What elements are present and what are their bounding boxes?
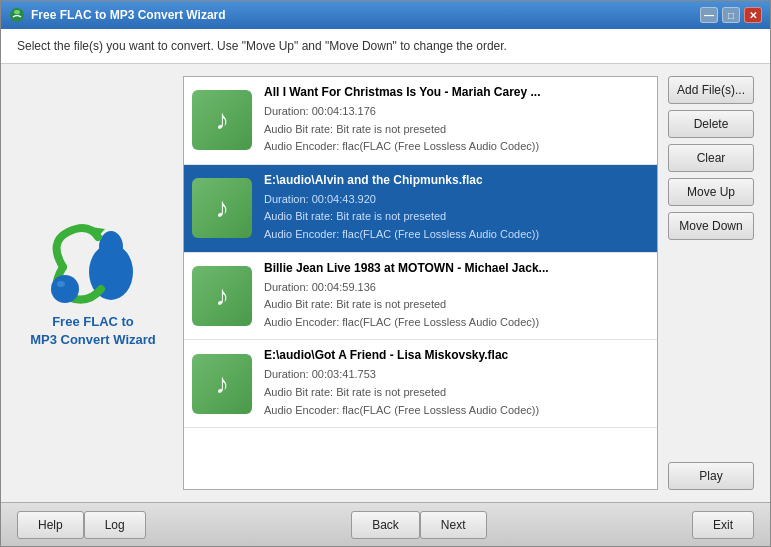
back-button[interactable]: Back xyxy=(351,511,420,539)
file-info: E:\audio\Got A Friend - Lisa Miskovsky.f… xyxy=(264,348,649,419)
file-thumbnail: ♪ xyxy=(192,90,252,150)
minimize-button[interactable]: — xyxy=(700,7,718,23)
file-item[interactable]: ♪ All I Want For Christmas Is You - Mari… xyxy=(184,77,657,165)
add-files-button[interactable]: Add File(s)... xyxy=(668,76,754,104)
file-encoder: Audio Encoder: flac(FLAC (Free Lossless … xyxy=(264,314,649,332)
file-name: E:\audio\Got A Friend - Lisa Miskovsky.f… xyxy=(264,348,649,362)
file-item[interactable]: ♪ E:\audio\Alvin and the Chipmunks.flac … xyxy=(184,165,657,253)
music-note-icon: ♪ xyxy=(215,192,229,224)
file-info: E:\audio\Alvin and the Chipmunks.flac Du… xyxy=(264,173,649,244)
logo-text: Free FLAC toMP3 Convert Wizard xyxy=(30,313,156,349)
file-bitrate: Audio Bit rate: Bit rate is not preseted xyxy=(264,208,649,226)
file-item[interactable]: ♪ Billie Jean Live 1983 at MOTOWN - Mich… xyxy=(184,253,657,341)
file-info: Billie Jean Live 1983 at MOTOWN - Michae… xyxy=(264,261,649,332)
right-buttons-panel: Add File(s)... Delete Clear Move Up Move… xyxy=(668,76,758,490)
maximize-button[interactable]: □ xyxy=(722,7,740,23)
log-button[interactable]: Log xyxy=(84,511,146,539)
move-down-button[interactable]: Move Down xyxy=(668,212,754,240)
file-info: All I Want For Christmas Is You - Mariah… xyxy=(264,85,649,156)
play-button[interactable]: Play xyxy=(668,462,754,490)
file-thumbnail: ♪ xyxy=(192,178,252,238)
file-duration: Duration: 00:04:59.136 xyxy=(264,279,649,297)
svg-point-5 xyxy=(57,281,65,287)
window-controls: — □ ✕ xyxy=(700,7,762,23)
file-bitrate: Audio Bit rate: Bit rate is not preseted xyxy=(264,121,649,139)
svg-point-3 xyxy=(99,231,123,263)
svg-point-1 xyxy=(14,10,20,14)
music-note-icon: ♪ xyxy=(215,280,229,312)
file-duration: Duration: 00:04:43.920 xyxy=(264,191,649,209)
file-encoder: Audio Encoder: flac(FLAC (Free Lossless … xyxy=(264,226,649,244)
music-note-icon: ♪ xyxy=(215,104,229,136)
file-thumbnail: ♪ xyxy=(192,266,252,326)
header-instruction: Select the file(s) you want to convert. … xyxy=(1,29,770,64)
file-bitrate: Audio Bit rate: Bit rate is not preseted xyxy=(264,296,649,314)
file-duration: Duration: 00:03:41.753 xyxy=(264,366,649,384)
help-button[interactable]: Help xyxy=(17,511,84,539)
main-window: Free FLAC to MP3 Convert Wizard — □ ✕ Se… xyxy=(0,0,771,547)
logo-svg xyxy=(43,217,143,307)
file-duration: Duration: 00:04:13.176 xyxy=(264,103,649,121)
window-title: Free FLAC to MP3 Convert Wizard xyxy=(31,8,700,22)
main-content: Free FLAC toMP3 Convert Wizard ♪ All I W… xyxy=(1,64,770,502)
button-spacer xyxy=(668,246,758,456)
title-bar: Free FLAC to MP3 Convert Wizard — □ ✕ xyxy=(1,1,770,29)
svg-point-4 xyxy=(51,275,79,303)
bottom-bar-inner: Help Log Back Next Exit xyxy=(17,511,754,539)
file-list[interactable]: ♪ All I Want For Christmas Is You - Mari… xyxy=(183,76,658,490)
bottom-bar: Help Log Back Next Exit xyxy=(1,502,770,546)
music-note-icon: ♪ xyxy=(215,368,229,400)
move-up-button[interactable]: Move Up xyxy=(668,178,754,206)
file-bitrate: Audio Bit rate: Bit rate is not preseted xyxy=(264,384,649,402)
exit-button[interactable]: Exit xyxy=(692,511,754,539)
left-panel: Free FLAC toMP3 Convert Wizard xyxy=(13,76,173,490)
delete-button[interactable]: Delete xyxy=(668,110,754,138)
file-encoder: Audio Encoder: flac(FLAC (Free Lossless … xyxy=(264,402,649,420)
file-name: E:\audio\Alvin and the Chipmunks.flac xyxy=(264,173,649,187)
file-name: Billie Jean Live 1983 at MOTOWN - Michae… xyxy=(264,261,649,275)
clear-button[interactable]: Clear xyxy=(668,144,754,172)
file-thumbnail: ♪ xyxy=(192,354,252,414)
close-button[interactable]: ✕ xyxy=(744,7,762,23)
file-item[interactable]: ♪ E:\audio\Got A Friend - Lisa Miskovsky… xyxy=(184,340,657,428)
file-encoder: Audio Encoder: flac(FLAC (Free Lossless … xyxy=(264,138,649,156)
app-icon xyxy=(9,7,25,23)
file-name: All I Want For Christmas Is You - Mariah… xyxy=(264,85,649,99)
logo-area: Free FLAC toMP3 Convert Wizard xyxy=(30,217,156,349)
next-button[interactable]: Next xyxy=(420,511,487,539)
